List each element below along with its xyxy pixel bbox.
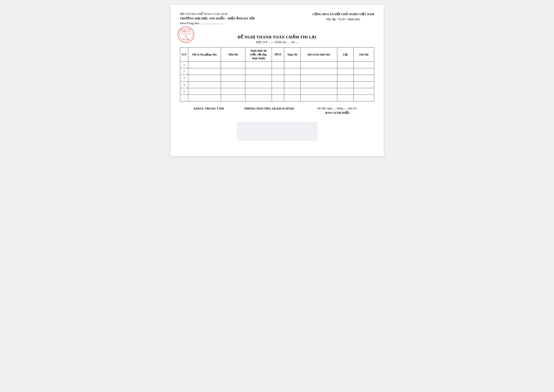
footer-phong-title: PHÒNG ĐÀO TẠO, QLKH & HTQT [243,107,296,111]
col-header-ghichu: Ghi chú [354,47,374,61]
footer-ban-title: BAN GIÁM HIỆU [304,111,372,115]
footer-col-ban: Hà Nội, ngày...... tháng...... năm 20...… [304,107,372,115]
cell-r2-c2 [221,75,245,81]
header-right: CỘNG HÒA XÃ HỘI CHỦ NGHĨA VIỆT NAM Độc l… [312,12,374,22]
cell-r4-c1 [188,88,221,95]
cell-r2-c3 [245,75,272,81]
cell-r0-c4 [272,61,284,68]
col-header-hinhthuc: Hình thức thi(viết, vấn đáp,thực hành) [245,47,272,61]
cell-r4-c6 [301,88,337,95]
header-left: BỘ VĂN HÓA THỂ THAO VÀ DU LỊCH TRƯỜNG ĐẠ… [180,12,255,30]
blur-overlay [237,122,317,141]
cell-r5-c0: ... [180,95,188,101]
cell-r4-c3 [245,88,272,95]
title-section: ĐỀ NGHỊ THANH TOÁN CHẤM THI LẠI HỌC KỲ .… [180,35,374,44]
cell-r5-c1 [188,95,221,101]
footer-col-phong: PHÒNG ĐÀO TẠO, QLKH & HTQT [243,107,296,115]
school-text: TRƯỜNG ĐẠI HỌC SÂN KHẤU - ĐIỆN ẢNH HÀ NỘ… [180,16,255,21]
cell-r5-c8 [354,95,374,101]
cell-r3-c5 [284,81,301,88]
cell-r3-c2 [221,81,245,88]
col-header-stt: STT [180,47,188,61]
cell-r4-c2 [221,88,245,95]
cell-r2-c8 [354,75,374,81]
table-row: 4 [180,81,374,88]
title-main: ĐỀ NGHỊ THANH TOÁN CHẤM THI LẠI [180,35,374,40]
cell-r4-c8 [354,88,374,95]
cell-r3-c0: 4 [180,81,188,88]
cell-r1-c6 [301,68,337,75]
cell-r4-c7 [337,88,354,95]
cell-r0-c6 [301,61,337,68]
cell-r5-c5 [284,95,301,101]
stamp-inner: BỘ VĂN HÓA THỂ THAO VÀ DU LỊCH ★ HÀ NỘI [179,28,193,41]
col-header-lop: Lớp [337,47,354,61]
cell-r1-c7 [337,68,354,75]
footer-col-khoa: KHOA/ TRUNG TÂM [182,107,235,115]
table-row: 1 [180,61,374,68]
cell-r2-c0: 3 [180,75,188,81]
cell-r0-c5 [284,61,301,68]
cell-r3-c1 [188,81,221,88]
cell-r0-c3 [245,61,272,68]
table-row: 3 [180,75,374,81]
table-body: 12345... [180,61,374,101]
table-container: STT Họ và tên giảng viên Môn thi Hình th… [180,47,374,101]
cell-r2-c1 [188,75,221,81]
col-header-gv: Họ và tên giảng viên [188,47,221,61]
stamp-city: HÀ NỘI [182,38,189,41]
cell-r3-c8 [354,81,374,88]
cell-r2-c6 [301,75,337,81]
col-header-sosv: Số SV [272,47,284,61]
cell-r4-c0: 5 [180,88,188,95]
stamp-star: ★ [185,35,187,38]
motto-text: Độc lập - Tự do - Hạnh phúc [312,17,374,21]
cell-r3-c3 [245,81,272,88]
cell-r2-c5 [284,75,301,81]
official-stamp: BỘ VĂN HÓA THỂ THAO VÀ DU LỊCH ★ HÀ NỘI [178,26,194,43]
col-header-mon: Môn thi [221,47,245,61]
ministry-text: BỘ VĂN HÓA THỂ THAO VÀ DU LỊCH [180,12,255,16]
cell-r3-c7 [337,81,354,88]
table-row: 2 [180,68,374,75]
country-text: CỘNG HÒA XÃ HỘI CHỦ NGHĨA VIỆT NAM [312,12,374,17]
cell-r3-c6 [301,81,337,88]
cell-r1-c4 [272,68,284,75]
cell-r0-c0: 1 [180,61,188,68]
cell-r4-c4 [272,88,284,95]
dept-text: Khoa/Trung tâm:.........................… [180,21,255,26]
footer-date-note: Hà Nội, ngày...... tháng...... năm 20... [304,107,372,110]
title-sub: HỌC KỲ ....... NĂM 20.... - 20..... [180,40,374,44]
cell-r5-c6 [301,95,337,101]
col-header-ngaythi: Ngày thi [284,47,301,61]
main-table: STT Họ và tên giảng viên Môn thi Hình th… [180,47,374,101]
cell-r1-c2 [221,68,245,75]
cell-r2-c7 [337,75,354,81]
cell-r0-c7 [337,61,354,68]
cell-r0-c2 [221,61,245,68]
stamp-line2: THỂ THAO [181,31,190,33]
cell-r5-c4 [272,95,284,101]
document-page: BỘ VĂN HÓA THỂ THAO VÀ DU LỊCH TRƯỜNG ĐẠ… [171,5,384,156]
table-row: ... [180,95,374,101]
header: BỘ VĂN HÓA THỂ THAO VÀ DU LỊCH TRƯỜNG ĐẠ… [180,12,374,30]
cell-r1-c3 [245,68,272,75]
cell-r0-c8 [354,61,374,68]
cell-r4-c5 [284,88,301,95]
table-row: 5 [180,88,374,95]
table-header-row: STT Họ và tên giảng viên Môn thi Hình th… [180,47,374,61]
cell-r1-c5 [284,68,301,75]
footer-section: KHOA/ TRUNG TÂM PHÒNG ĐÀO TẠO, QLKH & HT… [180,107,374,115]
cell-r3-c4 [272,81,284,88]
cell-r5-c7 [337,95,354,101]
col-header-sv: Họ và tên sinh viên [301,47,337,61]
cell-r1-c8 [354,68,374,75]
cell-r1-c0: 2 [180,68,188,75]
cell-r5-c3 [245,95,272,101]
cell-r5-c2 [221,95,245,101]
cell-r2-c4 [272,75,284,81]
stamp-line3: VÀ DU LỊCH [181,33,191,35]
footer-khoa-title: KHOA/ TRUNG TÂM [182,107,235,111]
cell-r1-c1 [188,68,221,75]
cell-r0-c1 [188,61,221,68]
